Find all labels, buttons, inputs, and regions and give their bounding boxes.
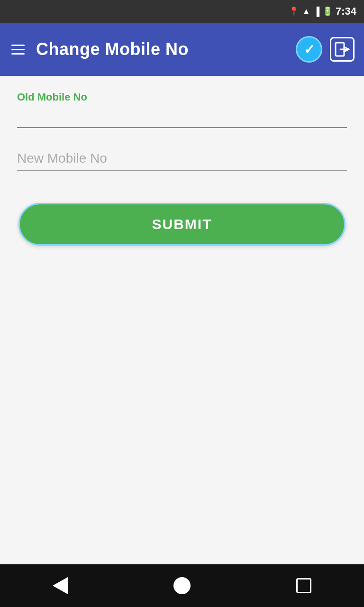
submit-wrapper: SUBMIT bbox=[17, 203, 347, 246]
recents-icon bbox=[296, 578, 311, 593]
home-button[interactable] bbox=[166, 573, 198, 598]
app-bar-actions: ✓ bbox=[296, 36, 355, 63]
clock: 7:34 bbox=[336, 5, 356, 18]
logout-button[interactable] bbox=[330, 37, 355, 62]
checkmark-icon: ✓ bbox=[304, 42, 315, 57]
back-button[interactable] bbox=[45, 573, 75, 598]
menu-button[interactable] bbox=[9, 43, 27, 56]
app-bar: Change Mobile No ✓ bbox=[0, 23, 364, 76]
old-mobile-field-group: Old Mobile No bbox=[17, 91, 347, 128]
logout-icon bbox=[335, 42, 350, 57]
content-area: Old Mobile No SUBMIT bbox=[0, 76, 364, 564]
recents-button[interactable] bbox=[289, 574, 319, 597]
status-icons: 📍 ▲ ▐ 🔋 7:34 bbox=[289, 5, 356, 18]
bottom-nav bbox=[0, 564, 364, 607]
back-icon bbox=[53, 577, 68, 594]
status-bar: 📍 ▲ ▐ 🔋 7:34 bbox=[0, 0, 364, 23]
location-icon: 📍 bbox=[289, 6, 299, 17]
battery-icon: 🔋 bbox=[322, 6, 333, 17]
old-mobile-label: Old Mobile No bbox=[17, 91, 347, 103]
confirm-button[interactable]: ✓ bbox=[296, 36, 322, 63]
new-mobile-input[interactable] bbox=[17, 147, 347, 171]
signal-icon: ▐ bbox=[313, 7, 319, 17]
wifi-icon: ▲ bbox=[302, 7, 310, 17]
page-title: Change Mobile No bbox=[36, 39, 286, 59]
new-mobile-field-group bbox=[17, 147, 347, 171]
home-icon bbox=[173, 577, 191, 594]
submit-button[interactable]: SUBMIT bbox=[18, 203, 346, 246]
old-mobile-input[interactable] bbox=[17, 106, 347, 128]
